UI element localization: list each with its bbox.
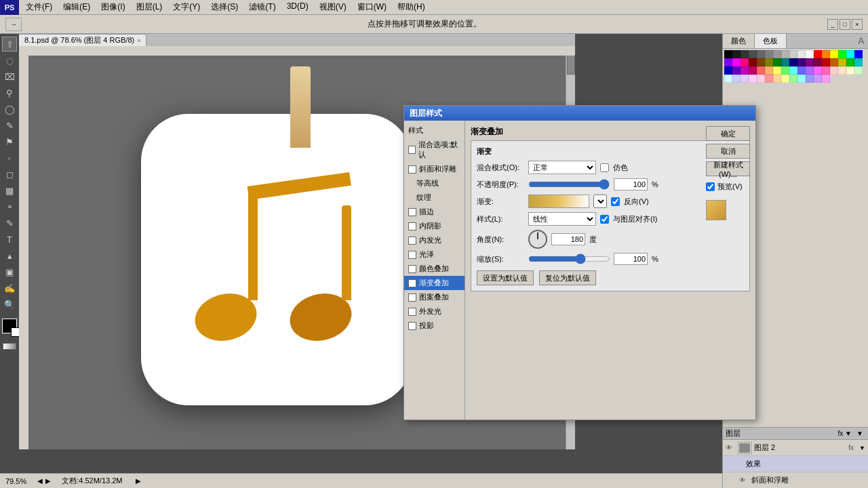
color-swatch[interactable]: [806, 66, 814, 75]
color-swatch[interactable]: [797, 58, 806, 66]
style-item-9[interactable]: 颜色叠加: [404, 262, 465, 276]
color-swatch[interactable]: [732, 66, 741, 75]
color-swatch[interactable]: [822, 75, 830, 83]
new-style-button[interactable]: 新建样式(W)...: [706, 161, 750, 176]
color-swatch[interactable]: [765, 66, 773, 75]
style-check-1[interactable]: [408, 146, 416, 154]
panel-tab-swatches[interactable]: 色板: [755, 34, 787, 48]
zoom-tool[interactable]: 🔍: [2, 297, 17, 312]
color-swatch[interactable]: [806, 58, 814, 66]
color-swatch[interactable]: [838, 66, 846, 75]
style-check-9[interactable]: [408, 265, 416, 273]
color-swatch[interactable]: [773, 75, 781, 83]
menu-select[interactable]: 选择(S): [205, 0, 243, 14]
color-swatch[interactable]: [838, 50, 846, 58]
color-swatch[interactable]: [724, 50, 732, 58]
color-swatch[interactable]: [830, 66, 838, 75]
color-swatch[interactable]: [741, 58, 749, 66]
color-swatch[interactable]: [797, 75, 806, 83]
layer-item-0[interactable]: 👁 图层 2 fx ▼: [723, 440, 868, 456]
color-swatch[interactable]: [830, 58, 838, 66]
color-swatch[interactable]: [724, 58, 732, 66]
color-swatch[interactable]: [781, 50, 789, 58]
layer-expand-button[interactable]: ▼: [859, 445, 865, 451]
status-arrow-left[interactable]: ◀: [37, 477, 43, 485]
style-check-11[interactable]: [408, 293, 416, 302]
menu-image[interactable]: 图像(I): [96, 0, 130, 14]
scale-slider[interactable]: [528, 255, 610, 263]
color-swatch[interactable]: [773, 66, 781, 75]
doc-size-arrow[interactable]: ▶: [136, 477, 141, 485]
color-swatch[interactable]: [846, 66, 854, 75]
style-check-5[interactable]: [408, 208, 416, 216]
menu-edit[interactable]: 编辑(E): [58, 0, 96, 14]
foreground-color[interactable]: [2, 319, 17, 333]
style-check-6[interactable]: [408, 222, 416, 230]
style-item-8[interactable]: 光泽: [404, 247, 465, 262]
reverse-checkbox[interactable]: [611, 197, 620, 206]
layer-item-2[interactable]: 👁 斜面和浮雕: [723, 472, 868, 488]
style-item-11[interactable]: 图案叠加: [404, 290, 465, 304]
color-swatch[interactable]: [757, 50, 765, 58]
eyedropper-tool[interactable]: ⚲: [2, 85, 17, 100]
color-swatch[interactable]: [854, 66, 863, 75]
color-swatch[interactable]: [814, 75, 822, 83]
color-swatch[interactable]: [757, 66, 765, 75]
restore-button[interactable]: □: [840, 19, 850, 30]
layer-item-1[interactable]: 效果: [723, 456, 868, 472]
reset-default-button[interactable]: 复位为默认值: [539, 270, 596, 285]
menu-layer[interactable]: 图层(L): [131, 0, 168, 14]
color-swatch[interactable]: [765, 58, 773, 66]
panel-tab-colors[interactable]: 颜色: [723, 34, 755, 48]
color-swatch[interactable]: [781, 58, 789, 66]
color-swatch[interactable]: [732, 75, 741, 83]
gradient-style-select[interactable]: 线性: [528, 212, 596, 226]
color-swatch[interactable]: [781, 66, 789, 75]
status-arrow-right[interactable]: ▶: [45, 477, 51, 485]
gradient-dropdown[interactable]: ▼: [593, 195, 607, 208]
text-tool[interactable]: T: [2, 232, 17, 247]
align-checkbox[interactable]: [600, 215, 609, 224]
color-swatch[interactable]: [724, 66, 732, 75]
set-default-button[interactable]: 设置为默认值: [477, 270, 534, 285]
color-swatch[interactable]: [732, 50, 741, 58]
style-item-1[interactable]: 混合选项:默认: [404, 138, 465, 162]
selection-tool[interactable]: ⇧: [2, 37, 17, 52]
crop-tool[interactable]: ⌧: [2, 69, 17, 84]
gradient-preview[interactable]: [528, 195, 589, 208]
color-swatch[interactable]: [797, 66, 806, 75]
color-swatch[interactable]: [822, 66, 830, 75]
color-swatch[interactable]: [749, 75, 757, 83]
brush-tool[interactable]: ✎: [2, 118, 17, 133]
menu-window[interactable]: 窗口(W): [352, 0, 392, 14]
color-swatch[interactable]: [854, 50, 863, 58]
color-swatch[interactable]: [789, 75, 797, 83]
color-swatch[interactable]: [749, 66, 757, 75]
menu-text[interactable]: 文字(Y): [167, 0, 205, 14]
eraser-tool[interactable]: ◻: [2, 167, 17, 182]
style-item-0[interactable]: 样式: [404, 123, 465, 138]
style-item-6[interactable]: 内阴影: [404, 219, 465, 233]
ok-button[interactable]: 确定: [706, 126, 750, 141]
color-swatch[interactable]: [854, 58, 863, 66]
scale-input[interactable]: 100: [614, 253, 648, 265]
color-swatch[interactable]: [846, 58, 854, 66]
style-item-7[interactable]: 内发光: [404, 233, 465, 247]
color-swatch[interactable]: [757, 75, 765, 83]
cancel-button[interactable]: 取消: [706, 144, 750, 159]
color-swatch[interactable]: [797, 50, 806, 58]
style-item-4[interactable]: 纹理: [404, 190, 465, 205]
lasso-tool[interactable]: ◌: [2, 53, 17, 68]
dialog-title-bar[interactable]: 图层样式: [404, 106, 755, 121]
style-item-3[interactable]: 等高线: [404, 176, 465, 190]
color-swatch[interactable]: [814, 50, 822, 58]
document-tab[interactable]: 8.1.psd @ 78.6% (图层 4 RGB/8) ×: [19, 34, 146, 46]
style-item-13[interactable]: 投影: [404, 319, 465, 333]
color-swatch[interactable]: [765, 50, 773, 58]
color-swatch[interactable]: [789, 58, 797, 66]
style-check-10[interactable]: ✓: [408, 279, 416, 287]
style-check-12[interactable]: [408, 308, 416, 316]
quick-mask[interactable]: [3, 343, 16, 350]
color-swatch[interactable]: [765, 75, 773, 83]
color-swatch[interactable]: [749, 58, 757, 66]
